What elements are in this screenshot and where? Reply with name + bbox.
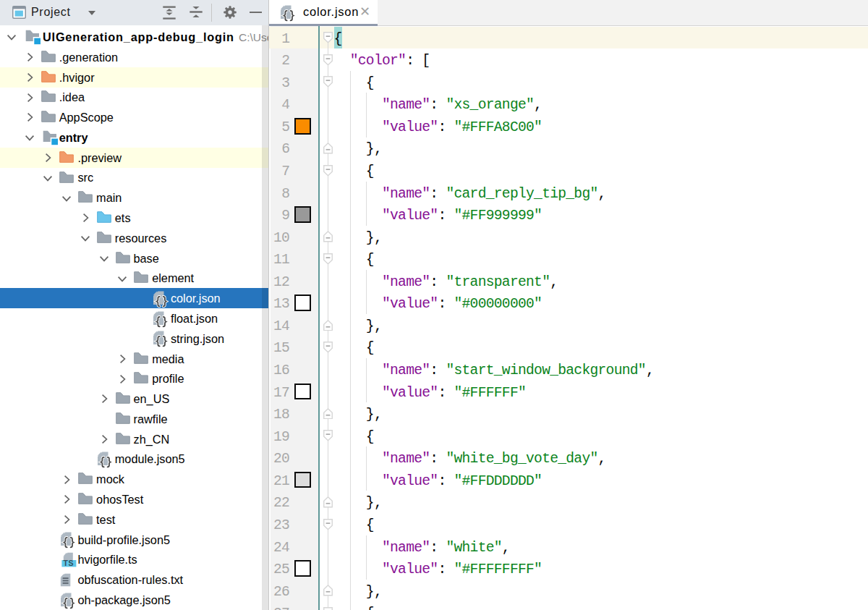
svg-text:TS: TS: [63, 559, 73, 567]
